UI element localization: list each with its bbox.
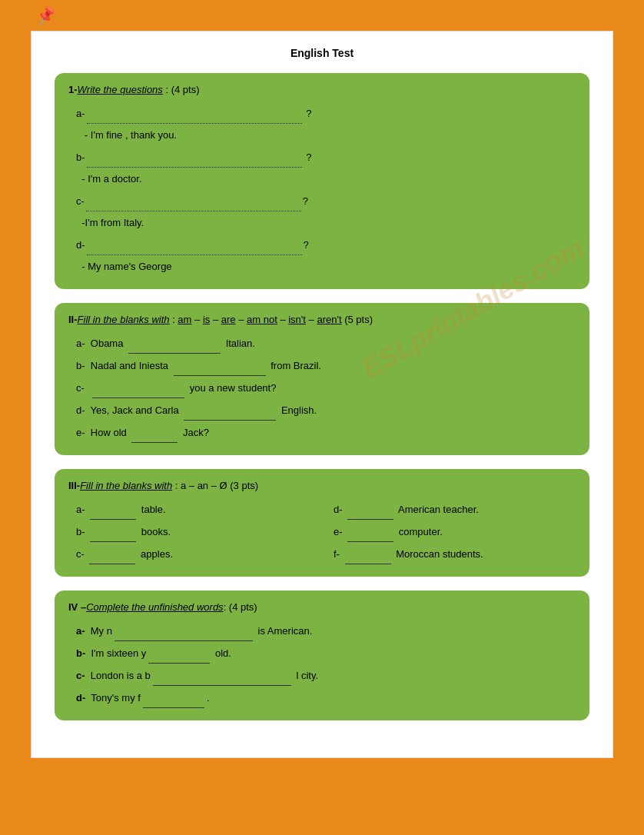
list-item: b- books.: [76, 521, 318, 542]
blank: [143, 687, 204, 708]
section-4-title-rest: : (4 pts): [224, 601, 257, 613]
list-item: d- Yes, Jack and Carla English.: [76, 400, 576, 421]
section-4-number: IV –: [68, 601, 86, 613]
item-answer: - My name's George: [81, 261, 171, 272]
page-title: English Test: [55, 47, 589, 59]
section-3-title-italic: Fill in the blanks with: [80, 480, 172, 491]
list-item: c- you a new student?: [76, 378, 576, 398]
blank: [345, 544, 391, 564]
item-label: b-: [76, 360, 85, 371]
item-answer: - I'm a doctor.: [81, 173, 141, 185]
blank: [184, 400, 276, 421]
item-label: a-: [76, 625, 85, 637]
dots-line: [87, 147, 302, 168]
list-item: a- My n is American.: [76, 620, 576, 641]
page-container: 📌 English Test 1-Write the questions : (…: [0, 0, 644, 835]
list-item: a- ?: [76, 103, 576, 124]
item-label: c-: [76, 670, 85, 681]
item-label: b-: [76, 526, 85, 537]
section-1: 1-Write the questions : (4 pts) a- ? - I…: [55, 73, 589, 289]
item-label: a-: [76, 338, 85, 349]
list-item: b- I'm sixteen y old.: [76, 643, 576, 664]
two-column-grid: a- table. b- books. c- apples. d- Americ…: [76, 499, 576, 566]
item-label: c-: [76, 195, 85, 207]
section-1-title-italic: Write the questions: [78, 84, 163, 95]
list-item: e- How old Jack?: [76, 422, 576, 443]
section-2-number: II-: [68, 314, 78, 325]
blank: [92, 378, 184, 398]
item-label: e-: [76, 427, 85, 438]
list-item: c- ?: [76, 191, 576, 211]
list-item: - I'm a doctor.: [76, 169, 576, 189]
list-item: c- London is a b l city.: [76, 665, 576, 686]
paper: English Test 1-Write the questions : (4 …: [31, 31, 613, 758]
blank: [347, 521, 393, 542]
section-1-title: 1-Write the questions : (4 pts): [68, 84, 576, 95]
section-2-title: II-Fill in the blanks with : am – is – a…: [68, 314, 576, 325]
section-4-title: IV –Complete the unfinished words: (4 pt…: [68, 601, 576, 613]
blank: [174, 355, 266, 376]
list-item: e- computer.: [334, 521, 576, 542]
item-label: c-: [76, 382, 85, 394]
blank: [115, 620, 253, 641]
list-item: c- apples.: [76, 544, 318, 564]
list-item: a- Obama Italian.: [76, 333, 576, 354]
item-answer: -I'm from Italy.: [81, 217, 144, 228]
section-2-title-rest: :: [170, 314, 178, 325]
list-item: b- Nadal and Iniesta from Brazil.: [76, 355, 576, 376]
section-3-number: III-: [68, 480, 80, 491]
list-item: a- table.: [76, 499, 318, 520]
item-label: e-: [334, 526, 343, 537]
item-label: f-: [334, 548, 340, 560]
section-3-title: III-Fill in the blanks with : a – an – Ø…: [68, 480, 576, 491]
section-3-title-rest: : a – an – Ø (3 pts): [172, 480, 258, 491]
section-3: III-Fill in the blanks with : a – an – Ø…: [55, 469, 589, 577]
list-item: -I'm from Italy.: [76, 213, 576, 233]
dots-line: [87, 235, 302, 255]
blank: [153, 665, 291, 686]
item-label: d-: [76, 404, 85, 416]
list-item: - My name's George: [76, 257, 576, 277]
item-label: d-: [334, 504, 343, 515]
section-2: II-Fill in the blanks with : am – is – a…: [55, 303, 589, 455]
item-label: b-: [76, 151, 85, 163]
blank: [148, 643, 210, 664]
section-4: IV –Complete the unfinished words: (4 pt…: [55, 590, 589, 720]
right-col: d- American teacher. e- computer. f- Mor…: [334, 499, 576, 566]
list-item: d- ?: [76, 235, 576, 255]
blank: [347, 499, 393, 520]
blank: [90, 499, 136, 520]
item-label: a-: [76, 108, 85, 119]
left-col: a- table. b- books. c- apples.: [76, 499, 318, 566]
item-label: d-: [76, 239, 85, 251]
list-item: d- American teacher.: [334, 499, 576, 520]
blank: [89, 544, 135, 564]
blank: [90, 521, 136, 542]
blank: [128, 333, 221, 354]
section-2-title-italic: Fill in the blanks with: [78, 314, 170, 325]
section-1-number: 1-: [68, 84, 78, 95]
item-label: c-: [76, 548, 85, 560]
blank: [131, 422, 178, 443]
section-2-content: a- Obama Italian. b- Nadal and Iniesta f…: [68, 333, 576, 443]
list-item: - I'm fine , thank you.: [76, 125, 576, 145]
dots-line: [87, 103, 302, 124]
section-1-content: a- ? - I'm fine , thank you. b- ? - I'm …: [68, 103, 576, 277]
item-label: b-: [76, 647, 85, 659]
section-4-title-italic: Complete the unfinished words: [86, 601, 224, 613]
list-item: f- Moroccan students.: [334, 544, 576, 564]
section-3-content: a- table. b- books. c- apples. d- Americ…: [68, 499, 576, 566]
item-answer: - I'm fine , thank you.: [85, 129, 177, 141]
list-item: d- Tony's my f .: [76, 687, 576, 708]
section-4-content: a- My n is American. b- I'm sixteen y ol…: [68, 620, 576, 708]
list-item: b- ?: [76, 147, 576, 168]
section-1-title-rest: : (4 pts): [163, 84, 200, 95]
item-label: a-: [76, 504, 85, 515]
item-label: d-: [76, 692, 85, 704]
pin-icon: 📌: [35, 5, 58, 26]
section-2-options: am – is – are – am not – isn't – aren't: [178, 314, 344, 325]
dots-line: [86, 191, 301, 211]
section-2-pts: (5 pts): [344, 314, 373, 325]
